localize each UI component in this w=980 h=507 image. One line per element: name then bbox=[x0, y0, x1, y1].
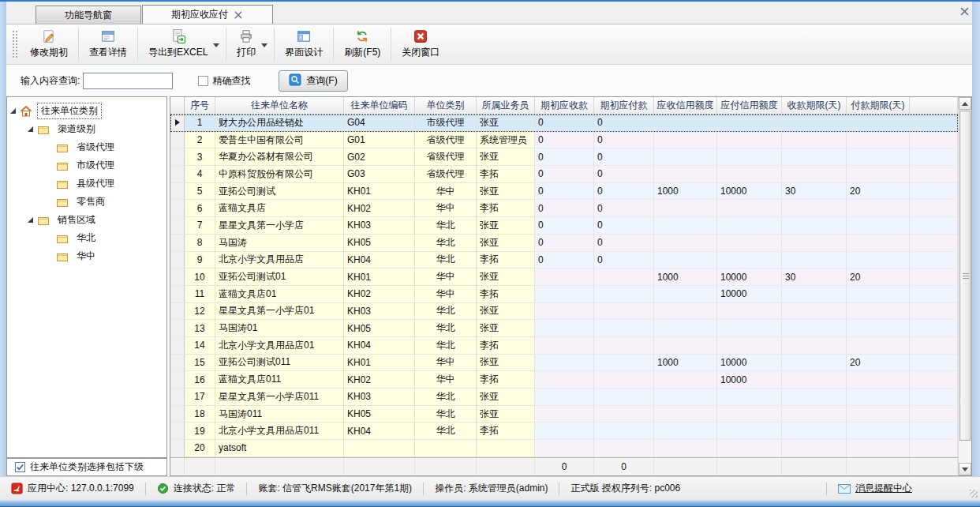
cell: 0 bbox=[594, 148, 654, 166]
tree-expander-icon[interactable] bbox=[28, 126, 33, 132]
dropdown-arrow-icon[interactable] bbox=[213, 43, 219, 47]
table-row[interactable]: 2爱普生中国有限公司G01省级代理系统管理员00 bbox=[170, 132, 958, 149]
resize-grip-icon[interactable] bbox=[970, 490, 978, 498]
table-row[interactable]: 20yatsoft bbox=[170, 440, 958, 457]
summary-cell bbox=[415, 458, 477, 475]
cell bbox=[535, 440, 594, 457]
row-indicator-cell bbox=[170, 355, 185, 372]
modify-opening-button[interactable]: 修改期初 bbox=[21, 24, 77, 64]
edit-icon bbox=[42, 29, 56, 43]
search-button[interactable]: 查询(F) bbox=[279, 70, 347, 92]
tree-item-label: 市级代理 bbox=[73, 158, 118, 173]
tree-item-3[interactable]: 市级代理 bbox=[7, 156, 166, 175]
row-indicator-cell bbox=[170, 406, 185, 423]
tree-item-8[interactable]: 华中 bbox=[7, 247, 166, 265]
tab-opening-balance[interactable]: 期初应收应付 bbox=[142, 5, 273, 24]
home-icon bbox=[20, 105, 34, 118]
table-row[interactable]: 12星星文具第一小学店01KH03华北张亚 bbox=[170, 303, 958, 321]
filler-cell bbox=[910, 183, 958, 201]
cell bbox=[654, 200, 717, 217]
tab-close-icon[interactable] bbox=[234, 10, 244, 20]
table-row[interactable]: 17星星文具第一小学店011KH03华北张亚 bbox=[170, 389, 958, 406]
table-row[interactable]: 15亚拓公司测试011KH01华中张亚10001000020 bbox=[170, 355, 958, 372]
cell: 5 bbox=[185, 183, 215, 201]
cell: 10000 bbox=[717, 355, 782, 372]
cell: 系统管理员 bbox=[477, 132, 535, 149]
table-row[interactable]: 9北京小学文具用品店KH04华北李拓00 bbox=[170, 252, 958, 269]
table-row[interactable]: 10亚拓公司测试01KH01华中张亚1000100003020 bbox=[170, 269, 958, 286]
cell: 北京小学文具用品店01 bbox=[215, 337, 344, 355]
dropdown-arrow-icon[interactable] bbox=[261, 43, 267, 47]
tree-expander-icon[interactable] bbox=[10, 108, 16, 114]
close-window-button[interactable]: 关闭窗口 bbox=[392, 24, 449, 64]
table-row[interactable]: 5亚拓公司测试KH01华中张亚001000100003020 bbox=[170, 183, 958, 201]
exact-match-checkbox[interactable] bbox=[198, 76, 208, 86]
cell bbox=[594, 337, 654, 355]
cell: 华中 bbox=[415, 200, 477, 217]
column-header[interactable]: 收款期限(天) bbox=[782, 97, 847, 114]
column-header[interactable]: 单位类别 bbox=[415, 97, 477, 114]
cell: KH01 bbox=[344, 269, 415, 286]
column-header[interactable]: 所属业务员 bbox=[477, 97, 535, 114]
print-button[interactable]: 打印 bbox=[227, 24, 273, 64]
toolbar: 修改期初 查看详情 导出到EXCEL 打印 界面设计 bbox=[6, 24, 972, 65]
tree-item-label: 渠道级别 bbox=[54, 122, 99, 137]
table-row[interactable]: 7星星文具第一小学店KH03华北张亚00 bbox=[170, 217, 958, 235]
tree-item-0[interactable]: 往来单位类别 bbox=[7, 102, 166, 120]
cell: 10 bbox=[185, 269, 215, 286]
view-details-button[interactable]: 查看详情 bbox=[80, 24, 137, 64]
column-header[interactable]: 应收信用额度 bbox=[654, 97, 717, 114]
ui-design-button[interactable]: 界面设计 bbox=[275, 24, 332, 64]
table-row[interactable]: 14北京小学文具用品店01KH04华北李拓 bbox=[170, 337, 958, 355]
window-close-icon[interactable] bbox=[958, 5, 971, 17]
table-row[interactable]: 8马国涛KH05华北张亚00 bbox=[170, 235, 958, 252]
column-header[interactable]: 往来单位编码 bbox=[344, 97, 415, 114]
query-input[interactable] bbox=[83, 73, 173, 89]
tree-expander-icon[interactable] bbox=[28, 217, 33, 223]
row-indicator-cell bbox=[170, 252, 185, 269]
tree-item-2[interactable]: 省级代理 bbox=[7, 138, 166, 156]
scrollbar-thumb[interactable] bbox=[959, 111, 971, 441]
refresh-button[interactable]: 刷新(F5) bbox=[335, 24, 390, 64]
column-header[interactable]: 往来单位名称 bbox=[215, 97, 344, 114]
table-row[interactable]: 18马国涛011KH05华北张亚 bbox=[170, 406, 958, 423]
include-sub-checkbox[interactable] bbox=[15, 462, 25, 472]
cell: 李拓 bbox=[477, 371, 535, 389]
table-row[interactable]: 19北京小学文具用品店011KH04华北李拓 bbox=[170, 422, 958, 440]
column-header[interactable]: 序号 bbox=[185, 97, 215, 114]
table-row[interactable]: 1财大办公用品经销处G04市级代理张亚00 bbox=[170, 115, 958, 132]
cell bbox=[847, 235, 910, 252]
toolbar-grip[interactable] bbox=[13, 31, 17, 58]
tree-item-6[interactable]: 销售区域 bbox=[7, 211, 166, 229]
scroll-up-button[interactable] bbox=[959, 97, 971, 110]
cell bbox=[847, 166, 910, 183]
column-header[interactable]: 付款期限(天) bbox=[847, 97, 910, 114]
vertical-scrollbar[interactable] bbox=[958, 97, 971, 475]
cell: 0 bbox=[535, 115, 594, 132]
account-text: 账套: 信管飞RMS账套(2017年第1期) bbox=[258, 482, 412, 495]
table-row[interactable]: 11蓝猫文具店01KH02华中李拓10000 bbox=[170, 286, 958, 303]
table-row[interactable]: 16蓝猫文具店011KH02华中李拓10000 bbox=[170, 371, 958, 389]
table-row[interactable]: 13马国涛01KH05华北张亚 bbox=[170, 320, 958, 337]
row-indicator-cell bbox=[170, 183, 185, 201]
category-tree-panel: 往来单位类别渠道级别省级代理市级代理县级代理零售商销售区域华北华中 bbox=[6, 96, 167, 458]
table-row[interactable]: 6蓝猫文具店KH02华中李拓00 bbox=[170, 200, 958, 217]
export-excel-button[interactable]: 导出到EXCEL bbox=[139, 24, 225, 64]
column-header[interactable]: 应付信用额度 bbox=[717, 97, 782, 114]
tab-function-nav[interactable]: 功能导航窗 bbox=[36, 6, 141, 24]
cell bbox=[782, 337, 847, 355]
query-bar: 输入内容查询: 精确查找 查询(F) bbox=[6, 65, 972, 96]
tree-item-7[interactable]: 华北 bbox=[7, 229, 166, 247]
message-center-link[interactable]: 消息提醒中心 bbox=[827, 482, 923, 495]
filler-cell bbox=[910, 115, 958, 132]
table-row[interactable]: 4中原科贸股份有限公司G03省级代理李拓00 bbox=[170, 166, 958, 183]
search-icon bbox=[289, 73, 301, 88]
column-header[interactable]: 期初应付款 bbox=[594, 97, 654, 114]
column-header[interactable]: 期初应收款 bbox=[535, 97, 594, 114]
summary-cell bbox=[782, 458, 847, 475]
tree-item-5[interactable]: 零售商 bbox=[7, 193, 166, 211]
table-row[interactable]: 3华夏办公器材有限公司G02省级代理张亚00 bbox=[170, 148, 958, 166]
tree-item-1[interactable]: 渠道级别 bbox=[7, 120, 166, 138]
tree-item-4[interactable]: 县级代理 bbox=[7, 175, 166, 193]
scroll-down-button[interactable] bbox=[959, 463, 971, 475]
